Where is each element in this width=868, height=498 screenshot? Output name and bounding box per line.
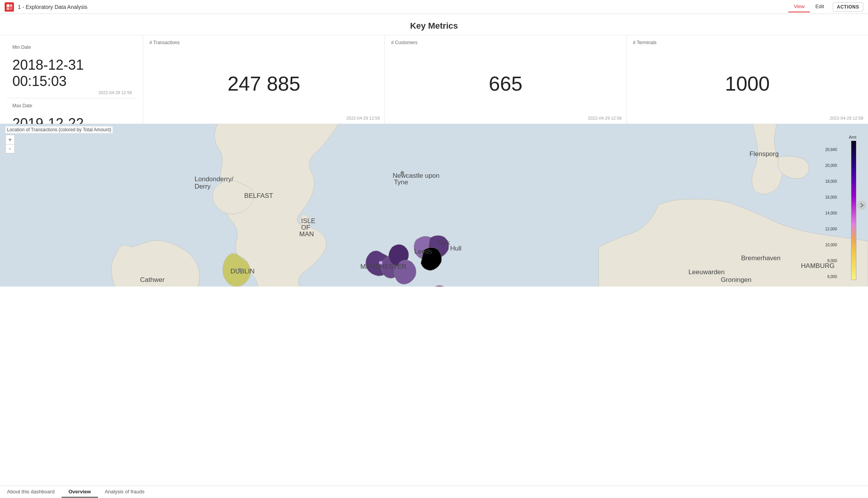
transactions-timestamp: 2022-04-29 12:58	[346, 116, 380, 120]
min-date-label: Min Date	[12, 45, 130, 50]
svg-text:Tyne: Tyne	[394, 179, 408, 186]
metrics-row: Min Date 2018-12-31 00:15:03 2022-04-29 …	[0, 35, 868, 124]
svg-text:Leeds: Leeds	[414, 248, 432, 255]
legend-tick: 16,000	[825, 195, 837, 199]
actions-button[interactable]: ACTIONS	[833, 2, 864, 12]
tab-about[interactable]: About this dashboard	[0, 486, 62, 498]
legend-tick: 10,000	[825, 243, 837, 247]
customers-card: # Customers 665 2022-04-29 12:58	[385, 35, 626, 124]
legend-tick: 18,000	[825, 179, 837, 184]
topbar: 1 - Exploratory Data Analysis View Edit …	[0, 0, 868, 14]
svg-rect-0	[7, 4, 9, 7]
customers-timestamp: 2022-04-29 12:58	[588, 116, 622, 120]
legend-tick: 14,000	[825, 211, 837, 215]
map-controls: + -	[5, 135, 15, 153]
dates-card: Min Date 2018-12-31 00:15:03 2022-04-29 …	[0, 35, 143, 124]
tab-frauds[interactable]: Analysis of frauds	[98, 486, 152, 498]
terminals-timestamp: 2022-04-29 12:58	[830, 116, 863, 120]
transactions-value: 247 885	[149, 48, 378, 119]
svg-text:Hull: Hull	[450, 245, 461, 252]
topbar-left: 1 - Exploratory Data Analysis	[5, 2, 87, 12]
map-container[interactable]: GLASGOW Edinburgh Londonderry/ Derry BEL…	[0, 124, 868, 287]
svg-point-41	[379, 261, 383, 264]
svg-text:Flensporg: Flensporg	[750, 150, 779, 158]
svg-point-40	[238, 268, 241, 271]
svg-text:Groningen: Groningen	[721, 276, 751, 283]
svg-point-39	[400, 171, 404, 175]
map-legend: Amt 20,840 20,000 18,000 16,000 14,000 1…	[849, 135, 856, 280]
svg-text:DUBLIN: DUBLIN	[230, 268, 254, 275]
svg-text:MAN: MAN	[299, 230, 314, 238]
min-date-section: Min Date 2018-12-31 00:15:03 2022-04-29 …	[6, 40, 137, 98]
topbar-right: View Edit ACTIONS	[788, 1, 863, 12]
svg-text:Cathwer: Cathwer	[140, 276, 165, 283]
tab-overview[interactable]: Overview	[62, 486, 98, 498]
svg-text:Derry: Derry	[195, 183, 211, 190]
svg-text:Londonderry/: Londonderry/	[195, 175, 233, 183]
edit-button[interactable]: Edit	[810, 1, 829, 12]
svg-text:Leeuwarden: Leeuwarden	[688, 268, 725, 276]
terminals-card: # Terminals 1000 2022-04-29 12:58	[627, 35, 868, 124]
min-date-value: 2018-12-31 00:15:03	[12, 53, 130, 93]
zoom-out-button[interactable]: -	[5, 144, 15, 153]
terminals-label: # Terminals	[633, 40, 862, 45]
map-section: Location of Transactions (colored by Tot…	[0, 124, 868, 287]
svg-text:Bremerhaven: Bremerhaven	[741, 254, 781, 262]
svg-rect-2	[7, 7, 9, 10]
map-chevron-button[interactable]	[857, 201, 866, 210]
map-title: Location of Transactions (colored by Tot…	[5, 126, 113, 133]
max-date-label: Max Date	[12, 103, 130, 108]
transactions-label: # Transactions	[149, 40, 378, 45]
svg-rect-3	[10, 7, 12, 10]
svg-rect-1	[10, 4, 12, 7]
transactions-card: # Transactions 247 885 2022-04-29 12:58	[143, 35, 385, 124]
customers-label: # Customers	[391, 40, 620, 45]
main-content: Key Metrics Min Date 2018-12-31 00:15:03…	[0, 14, 868, 486]
terminals-value: 1000	[633, 48, 862, 119]
legend-ticks: 20,840 20,000 18,000 16,000 14,000 12,00…	[825, 148, 837, 287]
app-icon	[5, 2, 14, 12]
legend-tick: 20,840	[825, 148, 837, 152]
zoom-in-button[interactable]: +	[5, 135, 15, 144]
legend-tick: 12,000	[825, 227, 837, 231]
svg-text:York: York	[437, 239, 450, 246]
legend-label: Amt	[849, 135, 856, 139]
legend-tick: 6,000	[825, 275, 837, 279]
min-date-timestamp: 2022-04-29 12:58	[98, 90, 132, 95]
page-title: 1 - Exploratory Data Analysis	[18, 4, 87, 10]
view-button[interactable]: View	[788, 1, 810, 12]
svg-text:BELFAST: BELFAST	[244, 192, 273, 199]
bottom-tabs: About this dashboard Overview Analysis o…	[0, 486, 868, 498]
svg-text:MANCHESTER: MANCHESTER	[360, 263, 407, 270]
legend-color-bar	[851, 141, 856, 280]
legend-tick: 20,000	[825, 163, 837, 168]
key-metrics-title: Key Metrics	[0, 14, 868, 35]
customers-value: 665	[391, 48, 620, 119]
legend-tick: 8,000	[825, 259, 837, 263]
